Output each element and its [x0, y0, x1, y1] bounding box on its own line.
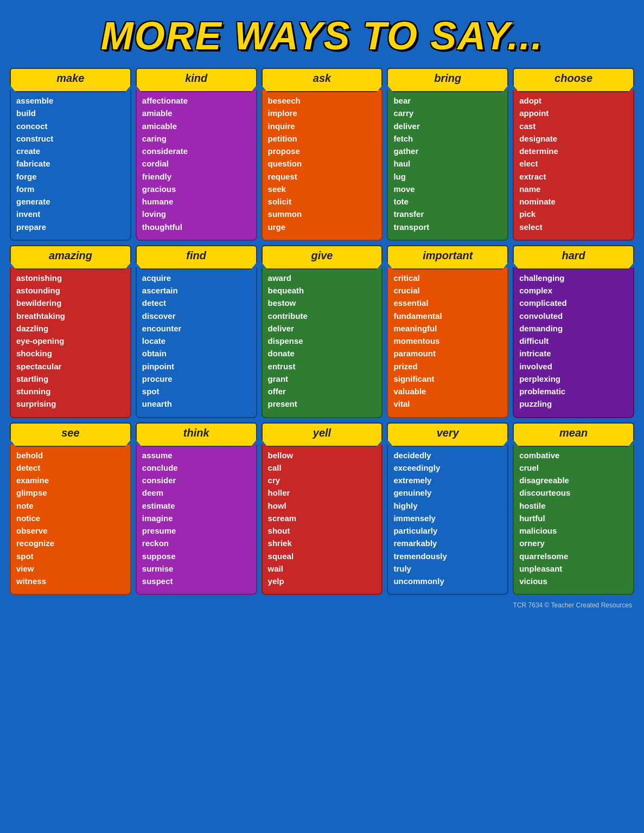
card-body-bring: bearcarrydeliverfetchgatherhaullugmoveto… — [387, 90, 508, 241]
card-body-choose: adoptappointcastdesignatedetermineelecte… — [513, 90, 634, 241]
card-find: findacquireascertaindetectdiscoverencoun… — [136, 245, 257, 418]
card-words-important: criticalcrucialessentialfundamentalmeani… — [393, 272, 502, 411]
card-words-very: decidedlyexceedinglyextremelygenuinelyhi… — [393, 449, 502, 588]
card-header-important: important — [387, 245, 508, 270]
card-header-yell: yell — [262, 422, 383, 447]
card-header-label-ask: ask — [313, 72, 331, 84]
card-header-label-find: find — [186, 249, 206, 261]
card-header-label-important: important — [423, 249, 473, 261]
page-title: MORE WAYS TO SAY... — [11, 14, 633, 58]
card-very: verydecidedlyexceedinglyextremelygenuine… — [387, 422, 508, 595]
card-header-label-very: very — [437, 427, 459, 439]
card-make: makeassemblebuildconcoctconstructcreatef… — [10, 68, 131, 241]
card-body-give: awardbequeathbestowcontributedeliverdisp… — [262, 267, 383, 418]
card-header-kind: kind — [136, 68, 257, 92]
card-ask: askbeseechimploreinquirepetitionproposeq… — [262, 68, 383, 241]
card-header-label-kind: kind — [185, 72, 207, 84]
card-important: importantcriticalcrucialessentialfundame… — [387, 245, 508, 418]
card-body-find: acquireascertaindetectdiscoverencounterl… — [136, 267, 257, 418]
card-header-make: make — [10, 68, 131, 92]
title-banner: MORE WAYS TO SAY... — [5, 5, 639, 63]
card-words-choose: adoptappointcastdesignatedetermineelecte… — [519, 94, 628, 233]
card-words-kind: affectionateamiableamicablecaringconside… — [142, 94, 251, 233]
card-body-think: assumeconcludeconsiderdeemestimateimagin… — [136, 445, 257, 595]
card-header-bring: bring — [387, 68, 508, 92]
card-header-mean: mean — [513, 422, 634, 447]
card-words-yell: bellowcallcryhollerhowlscreamshoutshriek… — [268, 449, 377, 588]
card-words-amazing: astonishingastoundingbewilderingbreathta… — [16, 272, 125, 411]
card-body-make: assemblebuildconcoctconstructcreatefabri… — [10, 90, 131, 241]
card-yell: yellbellowcallcryhollerhowlscreamshoutsh… — [262, 422, 383, 595]
card-give: giveawardbequeathbestowcontributedeliver… — [262, 245, 383, 418]
card-header-choose: choose — [513, 68, 634, 92]
card-kind: kindaffectionateamiableamicablecaringcon… — [136, 68, 257, 241]
footer: TCR 7634 © Teacher Created Resources — [5, 599, 639, 611]
card-body-very: decidedlyexceedinglyextremelygenuinelyhi… — [387, 445, 508, 595]
card-body-amazing: astonishingastoundingbewilderingbreathta… — [10, 267, 131, 418]
card-header-label-give: give — [311, 249, 333, 261]
row3-grid: seebeholddetectexamineglimpsenotenoticeo… — [5, 422, 639, 595]
card-header-label-hard: hard — [562, 249, 585, 261]
card-words-hard: challengingcomplexcomplicatedconvolutedd… — [519, 272, 628, 411]
card-words-think: assumeconcludeconsiderdeemestimateimagin… — [142, 449, 251, 588]
card-header-label-think: think — [183, 427, 209, 439]
row2-grid: amazingastonishingastoundingbewilderingb… — [5, 245, 639, 418]
card-words-see: beholddetectexamineglimpsenotenoticeobse… — [16, 449, 125, 588]
card-body-ask: beseechimploreinquirepetitionproposeques… — [262, 90, 383, 241]
card-header-amazing: amazing — [10, 245, 131, 270]
card-see: seebeholddetectexamineglimpsenotenoticeo… — [10, 422, 131, 595]
card-header-find: find — [136, 245, 257, 270]
card-header-think: think — [136, 422, 257, 447]
card-header-see: see — [10, 422, 131, 447]
card-header-label-mean: mean — [559, 427, 588, 439]
card-mean: meancombativecrueldisagreeablediscourteo… — [513, 422, 634, 595]
card-header-label-amazing: amazing — [49, 249, 92, 261]
page: MORE WAYS TO SAY... makeassemblebuildcon… — [0, 0, 644, 833]
card-header-label-choose: choose — [554, 72, 592, 84]
card-header-hard: hard — [513, 245, 634, 270]
card-body-see: beholddetectexamineglimpsenotenoticeobse… — [10, 445, 131, 595]
card-words-ask: beseechimploreinquirepetitionproposeques… — [268, 94, 377, 233]
card-header-label-yell: yell — [313, 427, 331, 439]
card-header-ask: ask — [262, 68, 383, 92]
card-header-give: give — [262, 245, 383, 270]
card-words-give: awardbequeathbestowcontributedeliverdisp… — [268, 272, 377, 411]
card-body-yell: bellowcallcryhollerhowlscreamshoutshriek… — [262, 445, 383, 595]
card-body-mean: combativecrueldisagreeablediscourteousho… — [513, 445, 634, 595]
card-think: thinkassumeconcludeconsiderdeemestimatei… — [136, 422, 257, 595]
card-bring: bringbearcarrydeliverfetchgatherhaullugm… — [387, 68, 508, 241]
card-words-mean: combativecrueldisagreeablediscourteousho… — [519, 449, 628, 588]
row1-grid: makeassemblebuildconcoctconstructcreatef… — [5, 68, 639, 241]
card-amazing: amazingastonishingastoundingbewilderingb… — [10, 245, 131, 418]
card-body-hard: challengingcomplexcomplicatedconvolutedd… — [513, 267, 634, 418]
card-words-find: acquireascertaindetectdiscoverencounterl… — [142, 272, 251, 411]
card-hard: hardchallengingcomplexcomplicatedconvolu… — [513, 245, 634, 418]
card-words-bring: bearcarrydeliverfetchgatherhaullugmoveto… — [393, 94, 502, 233]
card-body-kind: affectionateamiableamicablecaringconside… — [136, 90, 257, 241]
card-header-label-see: see — [61, 427, 79, 439]
card-header-label-make: make — [56, 72, 84, 84]
card-choose: chooseadoptappointcastdesignatedetermine… — [513, 68, 634, 241]
card-body-important: criticalcrucialessentialfundamentalmeani… — [387, 267, 508, 418]
card-words-make: assemblebuildconcoctconstructcreatefabri… — [16, 94, 125, 233]
card-header-very: very — [387, 422, 508, 447]
card-header-label-bring: bring — [434, 72, 461, 84]
